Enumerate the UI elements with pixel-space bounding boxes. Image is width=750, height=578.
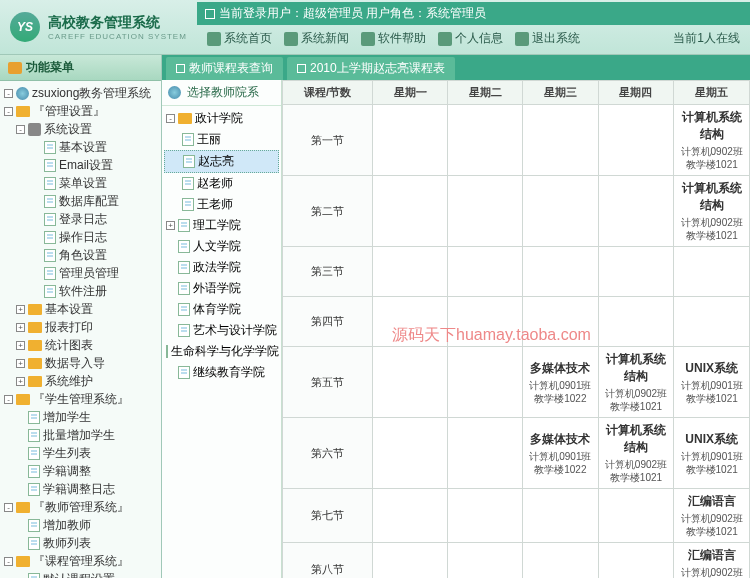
tree-item[interactable]: 学籍调整日志 — [2, 480, 159, 498]
tree-item[interactable]: +报表打印 — [2, 318, 159, 336]
schedule-cell[interactable] — [523, 247, 599, 297]
tree-group[interactable]: -『管理设置』 — [2, 102, 159, 120]
dept-item[interactable]: 外语学院 — [164, 278, 279, 299]
expander-icon[interactable]: - — [4, 107, 13, 116]
schedule-cell[interactable]: 计算机系统结构计算机0902班 教学楼1021 — [674, 176, 750, 247]
schedule-cell[interactable] — [523, 105, 599, 176]
expander-icon[interactable]: - — [166, 114, 175, 123]
tree-item[interactable]: 学生列表 — [2, 444, 159, 462]
dept-teacher[interactable]: 赵志亮 — [164, 150, 279, 173]
dept-item[interactable]: 体育学院 — [164, 299, 279, 320]
schedule-cell[interactable] — [523, 176, 599, 247]
tab-teacher-schedule-query[interactable]: 教师课程表查询 — [166, 57, 283, 80]
schedule-cell[interactable] — [373, 297, 448, 347]
schedule-cell[interactable] — [373, 489, 448, 543]
expander-icon[interactable]: - — [4, 557, 13, 566]
dept-item[interactable]: 继续教育学院 — [164, 362, 279, 383]
schedule-cell[interactable] — [598, 297, 674, 347]
tree-item[interactable]: +系统维护 — [2, 372, 159, 390]
tree-leaf[interactable]: 软件注册 — [2, 282, 159, 300]
expander-icon[interactable]: + — [166, 221, 175, 230]
tree-leaf[interactable]: 数据库配置 — [2, 192, 159, 210]
expander-icon[interactable]: + — [16, 359, 25, 368]
dept-teacher[interactable]: 赵老师 — [164, 173, 279, 194]
dept-item[interactable]: 生命科学与化学学院 — [164, 341, 279, 362]
tree-item[interactable]: 增加教师 — [2, 516, 159, 534]
dept-teacher[interactable]: 王丽 — [164, 129, 279, 150]
schedule-cell[interactable]: 多媒体技术计算机0901班 教学楼1022 — [523, 347, 599, 418]
tree-leaf[interactable]: 操作日志 — [2, 228, 159, 246]
schedule-cell[interactable] — [448, 489, 523, 543]
schedule-cell[interactable] — [598, 247, 674, 297]
tree-leaf[interactable]: 菜单设置 — [2, 174, 159, 192]
schedule-cell[interactable]: 计算机系统结构计算机0902班 教学楼1021 — [598, 347, 674, 418]
schedule-cell[interactable] — [373, 347, 448, 418]
schedule-cell[interactable] — [598, 543, 674, 579]
nav-home[interactable]: 系统首页 — [207, 30, 272, 47]
schedule-cell[interactable] — [598, 105, 674, 176]
tree-item[interactable]: +基本设置 — [2, 300, 159, 318]
tree-item[interactable]: +数据导入导 — [2, 354, 159, 372]
schedule-cell[interactable] — [523, 543, 599, 579]
schedule-cell[interactable]: 计算机系统结构计算机0902班 教学楼1021 — [598, 418, 674, 489]
schedule-cell[interactable]: UNIX系统计算机0901班 教学楼1021 — [674, 347, 750, 418]
nav-help[interactable]: 软件帮助 — [361, 30, 426, 47]
tree-item[interactable]: 默认课程设置 — [2, 570, 159, 578]
tree-leaf[interactable]: 管理员管理 — [2, 264, 159, 282]
schedule-cell[interactable]: 汇编语言计算机0902班 教学楼1021 — [674, 489, 750, 543]
nav-profile[interactable]: 个人信息 — [438, 30, 503, 47]
schedule-cell[interactable] — [373, 247, 448, 297]
schedule-cell[interactable]: UNIX系统计算机0901班 教学楼1021 — [674, 418, 750, 489]
schedule-cell[interactable] — [448, 105, 523, 176]
schedule-cell[interactable] — [448, 247, 523, 297]
dept-item[interactable]: 人文学院 — [164, 236, 279, 257]
expander-icon[interactable]: + — [16, 341, 25, 350]
tree-item[interactable]: 学籍调整 — [2, 462, 159, 480]
dept-teacher[interactable]: 王老师 — [164, 194, 279, 215]
dept-item[interactable]: 艺术与设计学院 — [164, 320, 279, 341]
schedule-cell[interactable] — [523, 297, 599, 347]
expander-icon[interactable]: - — [16, 125, 25, 134]
schedule-cell[interactable] — [373, 176, 448, 247]
schedule-cell[interactable] — [373, 418, 448, 489]
schedule-cell[interactable] — [448, 297, 523, 347]
schedule-cell[interactable] — [448, 543, 523, 579]
schedule-cell[interactable]: 计算机系统结构计算机0902班 教学楼1021 — [674, 105, 750, 176]
dept-item[interactable]: +理工学院 — [164, 215, 279, 236]
schedule-cell[interactable] — [448, 347, 523, 418]
tree-leaf[interactable]: 登录日志 — [2, 210, 159, 228]
nav-news[interactable]: 系统新闻 — [284, 30, 349, 47]
schedule-cell[interactable] — [674, 297, 750, 347]
schedule-cell[interactable] — [448, 418, 523, 489]
schedule-cell[interactable] — [448, 176, 523, 247]
expander-icon[interactable]: + — [16, 377, 25, 386]
tree-group[interactable]: -『教师管理系统』 — [2, 498, 159, 516]
schedule-cell[interactable] — [523, 489, 599, 543]
dept-item[interactable]: 政法学院 — [164, 257, 279, 278]
tree-item[interactable]: 批量增加学生 — [2, 426, 159, 444]
expander-icon[interactable]: + — [16, 323, 25, 332]
expander-icon[interactable]: - — [4, 395, 13, 404]
tab-current-schedule[interactable]: 2010上学期赵志亮课程表 — [287, 57, 455, 80]
schedule-cell[interactable]: 汇编语言计算机0902班 教学楼1021 — [674, 543, 750, 579]
expander-icon[interactable]: - — [4, 89, 13, 98]
schedule-cell[interactable] — [598, 489, 674, 543]
tree-leaf[interactable]: Email设置 — [2, 156, 159, 174]
schedule-cell[interactable]: 多媒体技术计算机0901班 教学楼1022 — [523, 418, 599, 489]
tree-item[interactable]: +统计图表 — [2, 336, 159, 354]
schedule-cell[interactable] — [674, 247, 750, 297]
tree-item[interactable]: -系统设置 — [2, 120, 159, 138]
dept-item[interactable]: -政计学院 — [164, 108, 279, 129]
nav-logout[interactable]: 退出系统 — [515, 30, 580, 47]
tree-leaf[interactable]: 角色设置 — [2, 246, 159, 264]
schedule-cell[interactable] — [598, 176, 674, 247]
tree-root[interactable]: -zsuxiong教务管理系统 — [2, 84, 159, 102]
expander-icon[interactable]: + — [16, 305, 25, 314]
schedule-cell[interactable] — [373, 105, 448, 176]
expander-icon[interactable]: - — [4, 503, 13, 512]
tree-group[interactable]: -『学生管理系统』 — [2, 390, 159, 408]
tree-item[interactable]: 增加学生 — [2, 408, 159, 426]
tree-leaf[interactable]: 基本设置 — [2, 138, 159, 156]
tree-group[interactable]: -『课程管理系统』 — [2, 552, 159, 570]
tree-item[interactable]: 教师列表 — [2, 534, 159, 552]
